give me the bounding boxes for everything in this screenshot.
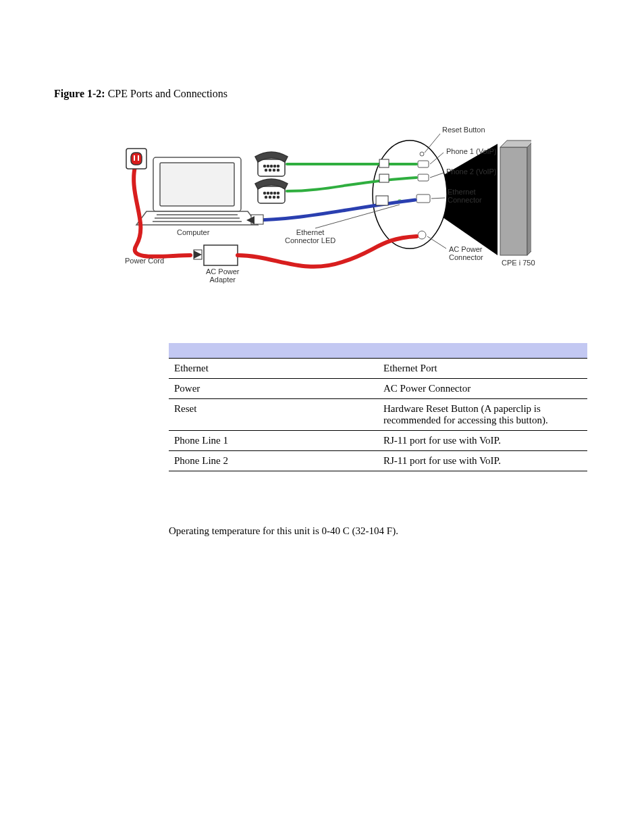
port-desc: Hardware Reset Button (A paperclip is re… [378,398,587,430]
operating-temp-text: Operating temperature for this unit is 0… [169,525,590,537]
figure-caption: CPE Ports and Connections [108,88,227,99]
svg-rect-43 [379,174,389,182]
port-name: Phone Line 2 [169,450,378,471]
svg-point-30 [273,170,275,172]
svg-rect-45 [376,196,388,205]
label-phone2: Phone 2 (VoIP) [446,167,497,176]
svg-point-40 [273,197,275,199]
svg-point-5 [420,152,424,156]
label-reset-button: Reset Button [442,126,485,134]
connection-diagram: Reset Button Phone 1 (VoIP) Phone 2 (VoI… [113,120,531,282]
svg-point-37 [277,192,279,194]
svg-point-34 [267,192,269,194]
port-name: Reset [169,398,378,430]
label-power-cord: Power Cord [125,257,164,265]
table-row: Reset Hardware Reset Button (A paperclip… [169,398,587,430]
svg-rect-42 [379,159,389,167]
svg-rect-6 [418,161,429,167]
table-header-row [169,343,587,358]
label-phone1: Phone 1 (VoIP) [446,147,497,155]
table-row: Phone Line 1 RJ-11 port for use with VoI… [169,430,587,450]
label-ethernet-led: Ethernet Connector LED [285,228,336,244]
label-cpe-unit: CPE i 750 [502,259,535,267]
svg-marker-3 [500,140,531,147]
port-desc: AC Power Connector [378,378,587,398]
label-ac-power-connector: AC Power Connector [449,245,483,261]
svg-rect-22 [258,159,285,176]
figure-label: Figure 1-2: [54,88,105,99]
svg-point-28 [265,170,267,172]
figure-title: Figure 1-2: CPE Ports and Connections [54,88,590,100]
label-computer: Computer [177,228,209,236]
port-desc: RJ-11 port for use with VoIP. [378,430,587,450]
svg-rect-7 [418,174,429,181]
svg-rect-32 [258,186,285,203]
port-desc: Ethernet Port [378,358,587,378]
port-desc: RJ-11 port for use with VoIP. [378,450,587,471]
port-name: Power [169,378,378,398]
svg-marker-4 [527,140,531,255]
svg-point-39 [269,197,271,199]
svg-point-10 [418,231,426,239]
label-ac-adapter: AC Power Adapter [206,267,240,284]
svg-line-11 [425,134,440,153]
svg-rect-17 [160,163,234,206]
table-row: Phone Line 2 RJ-11 port for use with VoI… [169,450,587,471]
svg-point-23 [264,165,266,167]
svg-point-35 [271,192,273,194]
svg-rect-8 [417,194,430,203]
ports-table: Ethernet Ethernet Port Power AC Power Co… [169,343,587,471]
svg-point-27 [277,165,279,167]
label-ethernet-connector: Ethernet Connector [448,188,482,204]
port-name: Ethernet [169,358,378,378]
ports-table-wrap: Ethernet Ethernet Port Power AC Power Co… [169,343,587,471]
svg-point-26 [274,165,276,167]
svg-point-31 [277,170,279,172]
document-page: Figure 1-2: CPE Ports and Connections [0,0,644,834]
svg-point-38 [265,197,267,199]
svg-point-1 [373,140,447,249]
svg-rect-47 [204,245,238,265]
table-row: Ethernet Ethernet Port [169,358,587,378]
svg-rect-51 [131,153,142,165]
svg-point-36 [274,192,276,194]
svg-line-15 [427,236,446,249]
svg-point-41 [277,197,279,199]
svg-point-33 [264,192,266,194]
svg-point-29 [269,170,271,172]
svg-point-24 [267,165,269,167]
port-name: Phone Line 1 [169,430,378,450]
svg-point-25 [271,165,273,167]
table-row: Power AC Power Connector [169,378,587,398]
svg-rect-2 [500,147,527,255]
